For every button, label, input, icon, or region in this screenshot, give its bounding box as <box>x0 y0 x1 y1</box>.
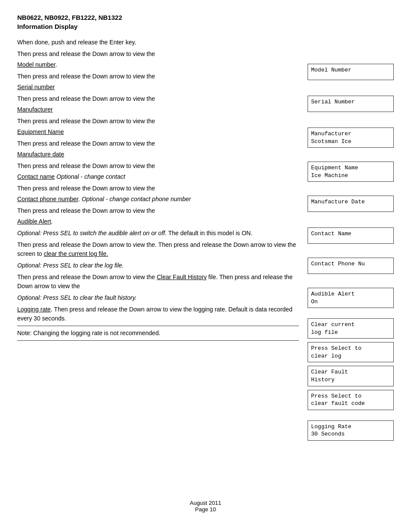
para-12: Logging rate. Then press and release the… <box>17 305 299 323</box>
page-header: NB0622, NB0922, FB1222, NB1322 Informati… <box>17 13 394 31</box>
spacer-5 <box>308 215 394 224</box>
audible-italic-part: Optional: Press SEL to switch the audibl… <box>17 230 167 236</box>
contact-name-text: Contact name <box>17 173 55 180</box>
section-clear-log-optional: Optional: Press SEL to clear the log fil… <box>17 261 299 270</box>
display-box-clear-fault: Clear Fault History <box>308 366 394 386</box>
para-4: Then press and release the Down arrow to… <box>17 94 299 103</box>
display-box-press-clear-log: Press Select to clear log <box>308 342 394 362</box>
clear-log-optional: Optional: Press SEL to clear the log fil… <box>17 261 299 270</box>
section-clear-fault-optional: Optional: Press SEL to clear the fault h… <box>17 293 299 302</box>
contact-phone-text: Contact phone number <box>17 196 78 202</box>
right-column: Model Number Serial Number Manufacturer … <box>308 38 394 482</box>
spacer-4 <box>308 185 394 192</box>
contact-name-optional: Optional - change contact <box>56 173 125 180</box>
para-5: Then press and release the Down arrow to… <box>17 117 299 126</box>
display-box-equipment: Equipment Name Ice Machine <box>308 162 394 182</box>
section-audible-optional: Optional: Press SEL to switch the audibl… <box>17 229 299 238</box>
left-column: When done, push and release the Enter ke… <box>17 38 308 482</box>
section-model: Then press and release the Down arrow to… <box>17 50 299 69</box>
header-line1: NB0622, NB0922, FB1222, NB1322 <box>17 14 122 21</box>
display-box-contact-name: Contact Name <box>308 227 394 244</box>
section-audible: Then press and release the Down arrow to… <box>17 206 299 226</box>
manufacture-date-text: Manufacture date <box>17 151 64 158</box>
spacer-6 <box>308 247 394 254</box>
section-note: Note: Changing the logging rate is not r… <box>17 329 299 338</box>
spacer-1 <box>308 84 394 92</box>
equipment-name-link: Equipment Name <box>17 128 299 137</box>
audible-alert-text: Audible Alert <box>17 218 51 225</box>
serial-number-text: Serial number <box>17 84 55 90</box>
display-box-contact-phone: Contact Phone Nu <box>308 258 394 274</box>
spacer-3 <box>308 151 394 158</box>
contact-name-link: Contact name Optional - change contact <box>17 172 299 181</box>
spacer-9 <box>308 414 394 417</box>
footer-line2: Page 10 <box>17 506 394 513</box>
contact-phone-optional: Optional - change contact phone number <box>81 196 191 202</box>
para-9: Then press and release the Down arrow to… <box>17 206 299 215</box>
para-11: Then press and release the Down arrow to… <box>17 273 299 291</box>
section-contact-phone: Then press and release the Down arrow to… <box>17 184 299 204</box>
display-box-model: Model Number <box>308 64 394 80</box>
serial-number-link: Serial number <box>17 83 299 92</box>
header-title: NB0622, NB0922, FB1222, NB1322 Informati… <box>17 13 394 31</box>
divider-2 <box>17 340 299 341</box>
section-contact-name: Then press and release the Down arrow to… <box>17 162 299 181</box>
section-clear-log: Then press and release the Down arrow to… <box>17 240 299 258</box>
model-number-text: Model number <box>17 61 56 68</box>
section-1: When done, push and release the Enter ke… <box>17 38 299 47</box>
para-2: Then press and release the Down arrow to… <box>17 50 299 59</box>
para-8: Then press and release the Down arrow to… <box>17 184 299 193</box>
clear-fault-optional: Optional: Press SEL to clear the fault h… <box>17 293 299 302</box>
page-footer: August 2011 Page 10 <box>17 500 394 513</box>
audible-alert-link: Audible Alert. <box>17 217 299 226</box>
section-clear-fault: Then press and release the Down arrow to… <box>17 273 299 291</box>
manufacturer-text: Manufacturer <box>17 106 53 113</box>
page-container: NB0622, NB0922, FB1222, NB1322 Informati… <box>17 13 394 513</box>
display-box-clear-log: Clear current log file <box>308 318 394 339</box>
note-text: Note: Changing the logging rate is not r… <box>17 329 299 338</box>
display-box-mfg-date: Manufacture Date <box>308 196 394 212</box>
para-3: Then press and release the Down arrow to… <box>17 72 299 81</box>
clear-fault-link: Clear Fault History <box>157 274 207 280</box>
clear-log-link: clear the current log file. <box>44 250 108 257</box>
header-line2: Information Display <box>17 23 78 30</box>
display-box-serial: Serial Number <box>308 96 394 112</box>
display-box-audible: Audible Alert On <box>308 288 394 308</box>
display-box-manufacturer: Manufacturer Scotsman Ice <box>308 128 394 148</box>
para-10: Then press and release the Down arrow to… <box>17 240 299 258</box>
display-box-press-clear-fault: Press Select to clear fault code <box>308 390 394 410</box>
model-number-link: Model number. <box>17 60 299 69</box>
section-serial: Then press and release the Down arrow to… <box>17 72 299 92</box>
section-manufacturer: Then press and release the Down arrow to… <box>17 94 299 114</box>
audible-optional-text: Optional: Press SEL to switch the audibl… <box>17 229 299 238</box>
manufacturer-link: Manufacturer <box>17 105 299 114</box>
spacer-7 <box>308 277 394 284</box>
contact-phone-link: Contact phone number. Optional - change … <box>17 195 299 204</box>
manufacture-date-link: Manufacture date <box>17 150 299 159</box>
content-area: When done, push and release the Enter ke… <box>17 38 394 482</box>
divider-1 <box>17 326 299 326</box>
section-mfg-date: Then press and release the Down arrow to… <box>17 139 299 159</box>
para-7: Then press and release the Down arrow to… <box>17 162 299 171</box>
footer-line1: August 2011 <box>17 500 394 506</box>
para-6: Then press and release the Down arrow to… <box>17 139 299 148</box>
spacer-8 <box>308 311 394 315</box>
section-equipment: Then press and release the Down arrow to… <box>17 117 299 137</box>
display-box-logging-rate: Logging Rate 30 Seconds <box>308 420 394 441</box>
para-1: When done, push and release the Enter ke… <box>17 38 299 47</box>
spacer-2 <box>308 115 394 124</box>
logging-rate-link: Logging rate <box>17 306 51 313</box>
section-logging-rate: Logging rate. Then press and release the… <box>17 305 299 323</box>
equipment-name-text: Equipment Name <box>17 128 64 135</box>
